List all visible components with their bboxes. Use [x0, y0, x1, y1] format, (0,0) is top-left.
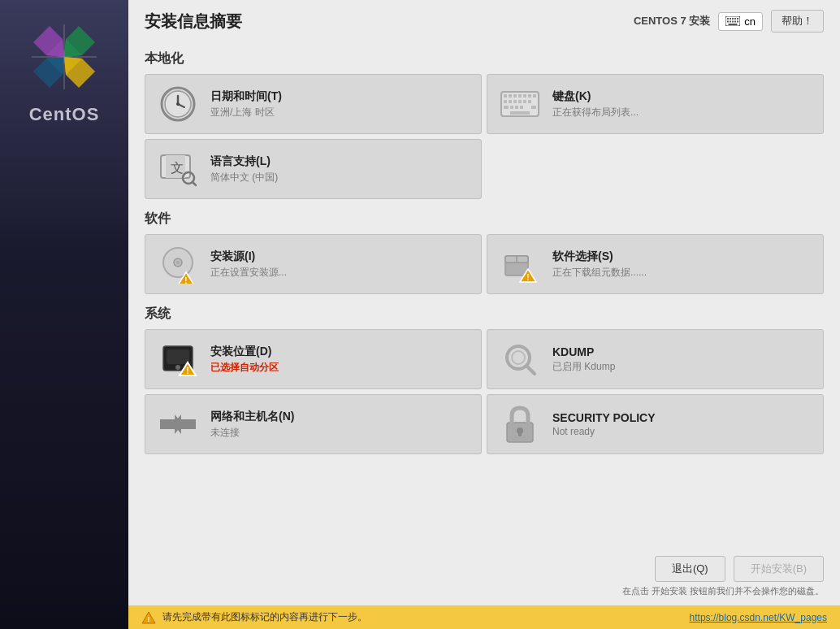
svg-rect-63 [167, 349, 189, 364]
svg-rect-43 [515, 106, 518, 109]
svg-rect-45 [531, 106, 536, 109]
svg-rect-30 [513, 94, 517, 98]
footer-link[interactable]: https://blog.csdn.net/KW_pages [690, 612, 827, 623]
svg-rect-14 [734, 18, 736, 20]
centos-label: CentOS [29, 104, 100, 125]
svg-text:!: ! [526, 273, 529, 282]
svg-point-54 [176, 261, 180, 264]
system-grid: ! 安装位置(D) 已选择自动分区 [145, 329, 824, 454]
item-install-dest[interactable]: ! 安装位置(D) 已选择自动分区 [145, 329, 482, 389]
svg-line-51 [193, 182, 196, 185]
keyboard-icon [725, 16, 740, 26]
install-dest-title: 安装位置(D) [210, 345, 470, 359]
network-title: 网络和主机名(N) [210, 410, 470, 424]
exit-button[interactable]: 退出(Q) [655, 556, 725, 582]
svg-rect-74 [518, 432, 522, 436]
page-title: 安装信息摘要 [145, 11, 242, 33]
install-dest-text: 安装位置(D) 已选择自动分区 [210, 345, 470, 375]
scroll-area: 本地化 日期和时间(T) 亚洲/上海 时区 [128, 39, 840, 548]
bottom-bar: 退出(Q) 开始安装(B) 在点击 开始安装 按钮前我们并不会操作您的磁盘。 [128, 548, 840, 605]
warning-triangle-icon: ! [141, 611, 156, 624]
install-source-icon: ! [157, 243, 199, 285]
item-kdump[interactable]: KDUMP 已启用 Kdump [487, 329, 824, 389]
item-datetime[interactable]: 日期和时间(T) 亚洲/上海 时区 [145, 74, 482, 134]
security-text: SECURITY POLICY Not ready [552, 411, 812, 437]
section-software-label: 软件 [145, 210, 824, 228]
topbar-right: CENTOS 7 安装 cn [634, 10, 824, 33]
svg-rect-11 [727, 18, 729, 20]
keyboard-layout-icon [499, 83, 541, 125]
datetime-title: 日期和时间(T) [210, 89, 470, 104]
svg-marker-5 [64, 57, 95, 88]
install-dest-subtitle: 已选择自动分区 [210, 361, 470, 375]
section-system-label: 系统 [145, 306, 824, 323]
network-subtitle: 未连接 [210, 426, 470, 440]
lock-icon [499, 403, 541, 445]
svg-rect-39 [523, 100, 526, 103]
item-security-policy[interactable]: SECURITY POLICY Not ready [487, 394, 824, 454]
svg-rect-28 [504, 94, 507, 98]
keyboard-text: 键盘(K) 正在获得布局列表... [552, 89, 812, 119]
svg-rect-17 [730, 21, 731, 23]
bottom-note: 在点击 开始安装 按钮前我们并不会操作您的磁盘。 [622, 585, 824, 597]
svg-marker-7 [33, 57, 64, 88]
svg-line-68 [526, 366, 535, 374]
install-dest-icon: ! [157, 338, 199, 380]
svg-rect-18 [732, 21, 734, 23]
security-title: SECURITY POLICY [552, 411, 812, 424]
datetime-subtitle: 亚洲/上海 时区 [210, 106, 470, 119]
software-grid: ! 安装源(I) 正在设置安装源... [145, 234, 824, 294]
svg-rect-16 [727, 21, 729, 23]
item-language[interactable]: 文 语言支持(L) 简体中文 (中国) [145, 139, 482, 199]
svg-rect-21 [729, 24, 738, 25]
language-title: 语言支持(L) [210, 154, 470, 169]
software-select-icon: ! [499, 243, 541, 285]
svg-rect-38 [518, 100, 522, 103]
svg-rect-12 [730, 18, 731, 20]
svg-rect-42 [510, 106, 513, 109]
svg-rect-20 [737, 21, 738, 23]
centos-logo-icon [24, 16, 105, 98]
topbar: 安装信息摘要 CENTOS 7 安装 [128, 0, 840, 39]
main-content: 安装信息摘要 CENTOS 7 安装 [128, 0, 840, 629]
svg-rect-33 [528, 94, 531, 98]
keyboard-lang-selector[interactable]: cn [718, 12, 763, 31]
warning-text: 请先完成带有此图标标记的内容再进行下一步。 [162, 610, 367, 624]
install-source-text: 安装源(I) 正在设置安装源... [210, 249, 470, 280]
svg-rect-13 [732, 18, 734, 20]
security-subtitle: Not ready [552, 426, 812, 437]
item-network[interactable]: 网络和主机名(N) 未连接 [145, 394, 482, 454]
language-subtitle: 简体中文 (中国) [210, 171, 470, 184]
datetime-text: 日期和时间(T) 亚洲/上海 时区 [210, 89, 470, 119]
item-install-source[interactable]: ! 安装源(I) 正在设置安装源... [145, 234, 482, 294]
svg-rect-32 [523, 94, 526, 98]
kdump-text: KDUMP 已启用 Kdump [552, 345, 812, 374]
centos-version: CENTOS 7 安装 [634, 14, 710, 28]
svg-rect-34 [533, 94, 536, 98]
svg-text:!: ! [186, 366, 189, 375]
kdump-subtitle: 已启用 Kdump [552, 360, 812, 374]
item-software-select[interactable]: ! 软件选择(S) 正在下载组元数据...... [487, 234, 824, 294]
item-keyboard[interactable]: 键盘(K) 正在获得布局列表... [487, 74, 824, 134]
kdump-title: KDUMP [552, 345, 812, 358]
keyboard-lang-text: cn [744, 15, 756, 28]
start-button[interactable]: 开始安装(B) [734, 556, 824, 582]
svg-text:!: ! [148, 615, 150, 623]
svg-point-26 [176, 102, 180, 106]
language-icon: 文 [157, 148, 199, 190]
help-button[interactable]: 帮助！ [771, 10, 824, 33]
datetime-icon [157, 83, 199, 125]
svg-rect-15 [737, 18, 738, 20]
svg-rect-31 [518, 94, 522, 98]
install-source-title: 安装源(I) [210, 249, 470, 264]
svg-point-64 [175, 365, 180, 370]
svg-rect-35 [504, 100, 507, 103]
keyboard-title: 键盘(K) [552, 89, 812, 104]
svg-rect-44 [520, 106, 523, 109]
kdump-icon [499, 338, 541, 380]
svg-point-69 [512, 351, 525, 364]
svg-text:文: 文 [171, 161, 184, 175]
svg-text:!: ! [184, 276, 187, 284]
svg-marker-3 [64, 26, 95, 57]
svg-rect-19 [734, 21, 736, 23]
